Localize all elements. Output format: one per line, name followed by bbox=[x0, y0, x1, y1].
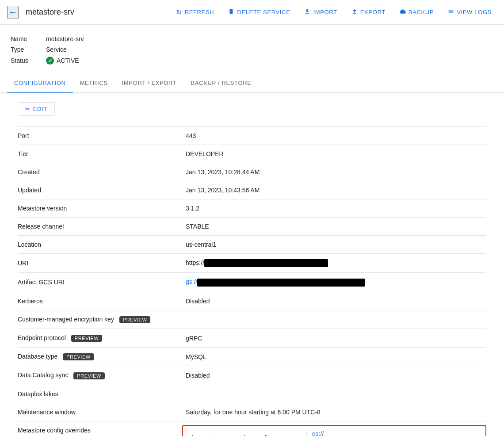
status-text: ACTIVE bbox=[57, 57, 79, 64]
field-value: 443 bbox=[182, 127, 486, 145]
type-label: Type bbox=[11, 44, 46, 55]
view-logs-label: VIEW LOGS bbox=[457, 9, 492, 15]
field-value: Disabled bbox=[182, 292, 486, 310]
refresh-label: REFRESH bbox=[185, 9, 214, 15]
table-row: Customer-managed encryption key PREVIEW bbox=[18, 310, 486, 329]
override-container: hive.metastore.warehouse.dir gs:// bbox=[182, 425, 486, 436]
tab-configuration[interactable]: CONFIGURATION bbox=[7, 73, 73, 93]
field-value: STABLE bbox=[182, 218, 486, 236]
table-row: Kerberos Disabled bbox=[18, 292, 486, 310]
tab-import-export[interactable]: IMPORT / EXPORT bbox=[115, 73, 184, 93]
back-button[interactable]: ← bbox=[7, 6, 19, 19]
override-key: hive.metastore.warehouse.dir bbox=[183, 430, 307, 436]
field-value: gs:// bbox=[182, 273, 486, 292]
field-key: Dataplex lakes bbox=[18, 385, 182, 403]
field-value: hive.metastore.warehouse.dir gs:// bbox=[182, 421, 486, 436]
backup-button[interactable]: BACKUP bbox=[394, 6, 439, 19]
table-row: Location us-central1 bbox=[18, 236, 486, 254]
field-value: 3.1.2 bbox=[182, 199, 486, 218]
table-row: URI https:// bbox=[18, 254, 486, 273]
field-value: us-central1 bbox=[182, 236, 486, 254]
service-title: metastore-srv bbox=[26, 8, 74, 17]
back-icon: ← bbox=[8, 7, 18, 18]
table-row: Metastore version 3.1.2 bbox=[18, 199, 486, 218]
field-key: Database type PREVIEW bbox=[18, 348, 182, 366]
field-key: Data Catalog sync PREVIEW bbox=[18, 366, 182, 385]
view-logs-button[interactable]: VIEW LOGS bbox=[443, 6, 497, 19]
delete-label: DELETE SERVICE bbox=[237, 9, 290, 15]
field-value: Saturday, for one hour starting at 6:00 … bbox=[182, 403, 486, 421]
config-table: Port 443 Tier DEVELOPER Created Jan 13, … bbox=[18, 126, 486, 436]
edit-button[interactable]: ✏ EDIT bbox=[18, 102, 55, 116]
header: ← metastore-srv ↻ REFRESH DELETE SERVICE… bbox=[0, 0, 504, 25]
table-row: Metastore config overrides hive.metastor… bbox=[18, 421, 486, 436]
field-value: Jan 13, 2023, 10:28:44 AM bbox=[182, 163, 486, 181]
override-link[interactable]: gs:// bbox=[312, 430, 324, 436]
field-key: Release channel bbox=[18, 218, 182, 236]
field-value: https:// bbox=[182, 254, 486, 273]
content-area: ✏ EDIT Port 443 Tier DEVELOPER Created J… bbox=[0, 93, 504, 436]
field-value bbox=[182, 310, 486, 329]
field-key: Maintenance window bbox=[18, 403, 182, 421]
export-label: EXPORT bbox=[360, 9, 386, 15]
field-value: Jan 13, 2023, 10:43:56 AM bbox=[182, 181, 486, 199]
field-key: URI bbox=[18, 254, 182, 273]
table-row: Dataplex lakes bbox=[18, 385, 486, 403]
table-row: Updated Jan 13, 2023, 10:43:56 AM bbox=[18, 181, 486, 199]
field-key: Location bbox=[18, 236, 182, 254]
field-key: Created bbox=[18, 163, 182, 181]
tabs: CONFIGURATION METRICS IMPORT / EXPORT BA… bbox=[0, 73, 504, 93]
table-row: Endpoint protocol PREVIEW gRPC bbox=[18, 329, 486, 347]
uri-redacted bbox=[204, 259, 328, 267]
name-label: Name bbox=[11, 34, 46, 44]
status-icon bbox=[46, 57, 54, 65]
delete-icon bbox=[228, 8, 234, 16]
field-key: Kerberos bbox=[18, 292, 182, 310]
field-key: Metastore config overrides bbox=[18, 421, 182, 436]
backup-icon bbox=[400, 8, 406, 16]
field-key: Customer-managed encryption key PREVIEW bbox=[18, 310, 182, 329]
header-actions: ↻ REFRESH DELETE SERVICE IMPORT EXPORT bbox=[171, 5, 497, 19]
uri-prefix: https:// bbox=[186, 259, 204, 266]
export-icon bbox=[351, 8, 358, 16]
preview-badge: PREVIEW bbox=[73, 372, 105, 379]
import-button[interactable]: IMPORT bbox=[299, 6, 342, 19]
refresh-button[interactable]: ↻ REFRESH bbox=[171, 5, 219, 19]
field-value: gRPC bbox=[182, 329, 486, 347]
service-info: Name metastore-srv Type Service Status A… bbox=[0, 25, 504, 73]
type-value: Service bbox=[46, 44, 89, 55]
tab-backup-restore[interactable]: BACKUP / RESTORE bbox=[184, 73, 259, 93]
delete-service-button[interactable]: DELETE SERVICE bbox=[223, 6, 295, 19]
export-button[interactable]: EXPORT bbox=[346, 6, 391, 19]
table-row: Database type PREVIEW MySQL bbox=[18, 348, 486, 366]
table-row: Created Jan 13, 2023, 10:28:44 AM bbox=[18, 163, 486, 181]
field-value: DEVELOPER bbox=[182, 145, 486, 163]
status-label: Status bbox=[11, 55, 46, 66]
table-row: Data Catalog sync PREVIEW Disabled bbox=[18, 366, 486, 385]
tab-metrics[interactable]: METRICS bbox=[73, 73, 115, 93]
pencil-icon: ✏ bbox=[25, 106, 31, 112]
preview-badge: PREVIEW bbox=[71, 335, 103, 342]
field-key: Port bbox=[18, 127, 182, 145]
table-row: Release channel STABLE bbox=[18, 218, 486, 236]
table-row: Port 443 bbox=[18, 127, 486, 145]
table-row: Maintenance window Saturday, for one hou… bbox=[18, 403, 486, 421]
preview-badge: PREVIEW bbox=[119, 316, 151, 323]
preview-badge: PREVIEW bbox=[63, 353, 94, 360]
field-key: Metastore version bbox=[18, 199, 182, 218]
logs-icon bbox=[448, 8, 454, 16]
status-value: ACTIVE bbox=[46, 55, 89, 66]
refresh-icon: ↻ bbox=[176, 8, 182, 16]
import-label: IMPORT bbox=[313, 9, 337, 15]
field-value: MySQL bbox=[182, 348, 486, 366]
field-value: Disabled bbox=[182, 366, 486, 385]
edit-label: EDIT bbox=[33, 106, 47, 112]
field-value bbox=[182, 385, 486, 403]
artifact-gcs-redacted bbox=[197, 279, 365, 287]
artifact-gcs-link[interactable]: gs:// bbox=[186, 278, 197, 285]
backup-label: BACKUP bbox=[409, 9, 434, 15]
table-row: Artifact GCS URI gs:// bbox=[18, 273, 486, 292]
field-key: Tier bbox=[18, 145, 182, 163]
name-value: metastore-srv bbox=[46, 34, 89, 44]
field-key: Endpoint protocol PREVIEW bbox=[18, 329, 182, 347]
